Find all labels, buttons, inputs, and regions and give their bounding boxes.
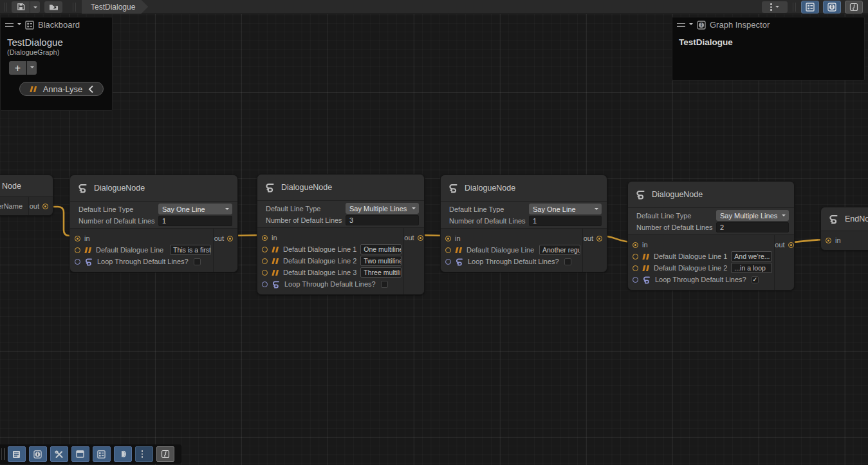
dialogue-line-input[interactable]: This is a first [170,245,211,255]
toolbar-handle[interactable] [1,448,3,460]
blackboard-variable-row[interactable]: Anna-Lyse [19,82,104,96]
collapse-arrow-icon[interactable] [17,23,21,27]
graph-tab[interactable]: TestDialogue [82,0,148,14]
blackboard-header[interactable]: Blackboard [1,17,112,32]
save-button[interactable] [12,1,30,13]
collapse-arrow-icon[interactable] [689,23,693,27]
kebab-menu-icon [142,450,143,458]
loop-port-dot[interactable] [75,259,80,265]
line-port-dot[interactable] [262,270,268,276]
dialogue-node-3[interactable]: DialogueNode Default Line Type Say One L… [440,175,607,272]
blackboard-icon [97,450,106,459]
node-header[interactable]: DialogueNode [628,182,794,207]
node-header[interactable]: DialogueNode [70,175,237,201]
speaker-out-port[interactable]: out [28,197,53,215]
count-input[interactable]: 2 [716,222,789,232]
open-asset-button[interactable] [44,1,62,13]
spark-button[interactable] [156,446,174,462]
node-title: DialogueNode [465,184,515,193]
line-type-dropdown[interactable]: Say One Line [158,204,232,214]
panel-drag-handle-icon[interactable] [5,23,14,27]
inspector-toggle-button[interactable] [823,1,841,14]
transition-button[interactable] [114,446,132,462]
count-input[interactable]: 1 [158,216,232,226]
count-input[interactable]: 3 [346,215,419,225]
panel-drag-handle-icon[interactable] [677,23,685,27]
loop-checkbox[interactable] [194,258,201,265]
out-port-row: out [214,233,233,243]
loop-port-dot[interactable] [262,281,268,287]
dialogue-node-2[interactable]: DialogueNode Default Line Type Say Multi… [257,174,425,295]
node-title: DialogueNode [94,184,145,193]
line-port-dot[interactable] [633,265,638,271]
overlay-toolbar [0,444,181,464]
dialogue-line-input[interactable]: ...in a loop [731,263,772,273]
speaker-name-label: kerName [0,202,23,210]
line-port-dot[interactable] [262,258,268,264]
out-port-dot[interactable] [42,204,48,209]
info-button[interactable] [29,446,47,462]
toolbar-handle [4,448,5,460]
line-port-dot[interactable] [633,254,638,260]
out-port-dot[interactable] [418,235,423,241]
dialogue-node-4[interactable]: DialogueNode Default Line Type Say Multi… [627,181,795,290]
console-button[interactable] [8,446,26,462]
blackboard-button[interactable] [93,446,111,462]
dialogue-line-input[interactable]: One multiline [360,244,402,254]
add-variable-button[interactable]: + [9,61,26,75]
graph-inspector-title: Graph Inspector [710,20,770,30]
speaker-node-header[interactable]: Node [0,175,53,196]
loop-port-dot[interactable] [633,277,638,283]
dialogue-line-input[interactable]: Two multiline [360,256,402,266]
add-variable-dropdown-button[interactable] [27,61,37,75]
loop-row: Loop Through Default Lines? [75,256,213,267]
loop-checkbox[interactable] [564,258,571,265]
loop-checkbox[interactable] [381,281,388,288]
line-type-label: Default Line Type [636,212,716,220]
dialogue-line-input[interactable]: Another regu [539,245,580,255]
blackboard-graph-type: (DialogueGraph) [1,48,112,56]
overflow-button[interactable] [135,446,153,462]
minimap-toggle-button[interactable] [845,1,863,14]
dialogue-node-icon [77,183,88,193]
line-type-dropdown[interactable]: Say Multiple Lines [346,203,419,214]
quote-icon [272,247,279,252]
node-header[interactable]: DialogueNode [257,175,424,200]
line-port-dot[interactable] [445,247,451,253]
dialogue-node-1[interactable]: DialogueNode Default Line Type Say One L… [69,175,238,272]
transition-icon [118,450,127,458]
line-type-dropdown[interactable]: Say Multiple Lines [716,210,789,221]
loop-checkbox[interactable]: ✓ [752,276,759,283]
save-dropdown-button[interactable] [30,1,40,13]
in-port-row: in [633,240,774,250]
blackboard-panel[interactable]: Blackboard TestDialogue (DialogueGraph) … [0,17,113,111]
in-port-dot[interactable] [826,238,831,243]
out-port-dot[interactable] [227,236,233,242]
dialogue-line-row: Default Dialogue Line 1 And we're... [633,251,774,261]
out-port-dot[interactable] [788,242,794,248]
in-port-dot[interactable] [75,236,80,242]
in-port-dot[interactable] [445,236,451,242]
tools-button[interactable] [50,446,68,462]
in-port-dot[interactable] [262,235,268,241]
in-port-dot[interactable] [633,242,638,248]
overflow-menu-button[interactable] [762,1,788,13]
loop-port-dot[interactable] [445,259,451,265]
dialogue-line-input[interactable]: And we're... [731,251,772,261]
line-port-dot[interactable] [75,247,80,253]
node-header[interactable]: DialogueNode [441,175,607,201]
blackboard-toggle-button[interactable] [801,1,819,14]
out-port-dot[interactable] [596,236,602,242]
line-type-dropdown[interactable]: Say One Line [529,204,602,214]
speaker-node[interactable]: Node kerName out [0,175,53,216]
graph-inspector-header[interactable]: Graph Inspector [672,17,864,32]
dialogue-line-input[interactable]: Three multili [360,267,402,278]
node-header[interactable]: EndNode [821,207,868,231]
window-button[interactable] [71,446,89,462]
chevron-left-icon[interactable] [88,86,93,93]
graph-inspector-panel[interactable]: Graph Inspector TestDialogue [672,17,865,81]
end-node[interactable]: EndNode in [820,207,868,251]
count-input[interactable]: 1 [529,216,602,226]
toolbar-separator [71,3,77,12]
line-port-dot[interactable] [262,247,268,252]
